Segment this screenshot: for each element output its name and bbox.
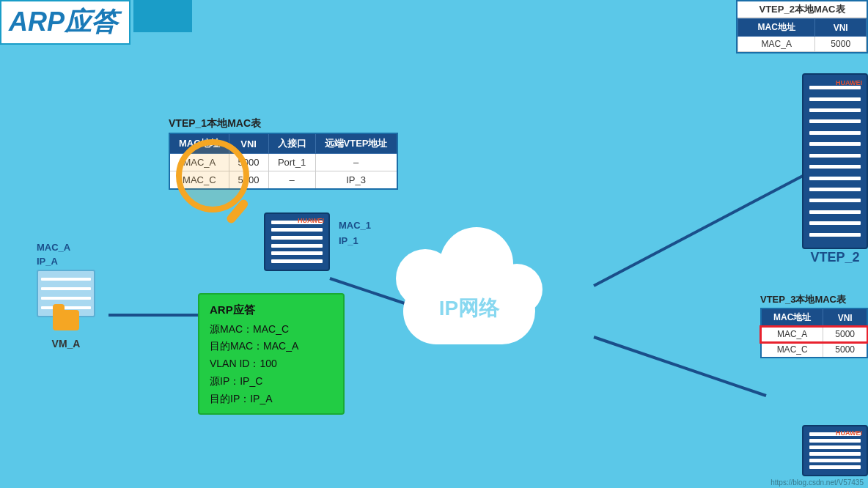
vtep2-top-mac-val: MAC_A bbox=[738, 37, 815, 52]
folder-icon bbox=[53, 310, 79, 330]
arp-src-ip: 源IP：IP_C bbox=[210, 373, 333, 391]
title-area: ARP应答 bbox=[0, 0, 192, 45]
vtep3-col-vni: VNI bbox=[823, 308, 867, 327]
arp-dst-mac: 目的MAC：MAC_A bbox=[210, 338, 333, 355]
vm-a-area: MAC_A IP_A VM_A bbox=[37, 242, 95, 350]
vtep2-label: VTEP_2 bbox=[810, 250, 859, 265]
cloud-label: IP网络 bbox=[439, 295, 499, 322]
switch-line bbox=[809, 210, 861, 214]
switch-line bbox=[809, 465, 861, 469]
vm-name: VM_A bbox=[37, 338, 95, 350]
vm-line bbox=[41, 306, 91, 309]
switch-line bbox=[809, 221, 861, 225]
vtep1-switch: HUAWEI bbox=[264, 212, 330, 271]
magnifier-handle bbox=[225, 198, 250, 225]
svg-line-3 bbox=[594, 337, 766, 396]
svg-line-2 bbox=[594, 176, 803, 286]
ip-network-cloud: IP网络 bbox=[389, 242, 550, 344]
vtep3-r1-mac: MAC_A bbox=[761, 327, 823, 342]
vtep3-r2-vni: 5000 bbox=[823, 342, 867, 358]
arp-src-mac: 源MAC：MAC_C bbox=[210, 321, 333, 339]
title-box: ARP应答 bbox=[0, 0, 130, 45]
vm-line bbox=[41, 287, 91, 290]
switch-line bbox=[271, 251, 323, 255]
switch-line bbox=[809, 119, 861, 123]
vtep3-switch-body: HUAWEI bbox=[802, 425, 868, 476]
vtep2-switch-body: HUAWEI VTEP_2 bbox=[802, 73, 868, 249]
vtep1-switch-body: HUAWEI bbox=[264, 212, 330, 271]
switch-line bbox=[271, 244, 323, 248]
vm-body bbox=[37, 270, 95, 317]
vtep2-top-table: MAC地址 VNI MAC_A 5000 bbox=[738, 18, 867, 52]
switch-line bbox=[809, 233, 861, 237]
vtep3-r1-vni: 5000 bbox=[823, 327, 867, 342]
vtep1-table-title: VTEP_1本地MAC表 bbox=[169, 117, 398, 130]
switch-line bbox=[809, 188, 861, 191]
switch-line bbox=[809, 177, 861, 180]
switch-line bbox=[809, 452, 861, 456]
vtep1-ip-label: IP_1 bbox=[339, 234, 371, 249]
arp-dst-ip: 目的IP：IP_A bbox=[210, 391, 333, 408]
vtep2-top-mac-table-container: VTEP_2本地MAC表 MAC地址 VNI MAC_A 5000 bbox=[736, 0, 868, 53]
switch-line bbox=[809, 142, 861, 146]
table-row: MAC_A 5000 bbox=[738, 37, 867, 52]
vm-line bbox=[41, 297, 91, 300]
vm-line bbox=[41, 278, 91, 281]
switch-line bbox=[271, 228, 323, 232]
vtep2-top-vni-val: 5000 bbox=[815, 37, 867, 52]
table-row: MAC_C 5000 bbox=[761, 342, 867, 358]
vtep2-top-table-title: VTEP_2本地MAC表 bbox=[738, 1, 867, 18]
switch-line bbox=[809, 199, 861, 202]
title-accent bbox=[133, 0, 192, 32]
page-title: ARP应答 bbox=[9, 7, 117, 37]
vtep1-r1-port: Port_1 bbox=[268, 154, 315, 171]
switch-line bbox=[809, 459, 861, 462]
watermark: https://blog.csdn.net/V57435 bbox=[770, 478, 864, 487]
table-row: MAC_A 5000 bbox=[761, 327, 867, 342]
vtep1-r2-vtep: IP_3 bbox=[315, 171, 397, 190]
vtep1-col-vtep: 远端VTEP地址 bbox=[315, 133, 397, 154]
switch-line bbox=[809, 108, 861, 112]
arp-vlan: VLAN ID：100 bbox=[210, 355, 333, 373]
switch-line bbox=[809, 165, 861, 169]
magnifier-icon bbox=[176, 139, 249, 212]
vtep3-r2-mac: MAC_C bbox=[761, 342, 823, 358]
vm-mac: MAC_A bbox=[37, 242, 95, 253]
switch-line bbox=[271, 236, 323, 240]
arp-reply-box: ARP应答 源MAC：MAC_C 目的MAC：MAC_A VLAN ID：100… bbox=[198, 293, 345, 415]
vtep3-col-mac: MAC地址 bbox=[761, 308, 823, 327]
vtep3-table-title: VTEP_3本地MAC表 bbox=[760, 293, 868, 306]
arp-title: ARP应答 bbox=[210, 300, 333, 319]
vtep2-brand: HUAWEI bbox=[836, 79, 862, 86]
vtep1-col-port: 入接口 bbox=[268, 133, 315, 154]
switch-line bbox=[809, 131, 861, 135]
vtep3-switch-container: HUAWEI bbox=[802, 425, 868, 476]
vtep2-top-col-mac: MAC地址 bbox=[738, 19, 815, 37]
switch-line bbox=[809, 154, 861, 158]
vtep1-mac-info: MAC_1 IP_1 bbox=[339, 218, 371, 249]
huawei-brand: HUAWEI bbox=[298, 217, 324, 224]
cloud-shape: IP网络 bbox=[389, 242, 550, 344]
vtep1-r2-port: – bbox=[268, 171, 315, 190]
switch-line bbox=[809, 446, 861, 449]
vtep1-mac-label: MAC_1 bbox=[339, 218, 371, 234]
vm-ip: IP_A bbox=[37, 256, 95, 267]
vtep2-top-col-vni: VNI bbox=[815, 19, 867, 37]
vtep1-r1-vtep: – bbox=[315, 154, 397, 171]
vtep3-brand: HUAWEI bbox=[836, 429, 862, 437]
vtep2-switch-container: HUAWEI VTEP_2 bbox=[802, 73, 868, 249]
switch-line bbox=[809, 439, 861, 443]
vtep3-table: MAC地址 VNI MAC_A 5000 MAC_C 5000 bbox=[760, 308, 868, 358]
switch-line bbox=[809, 97, 861, 101]
switch-line bbox=[271, 259, 323, 263]
vtep3-mac-table-container: VTEP_3本地MAC表 MAC地址 VNI MAC_A 5000 MAC_C … bbox=[760, 293, 868, 358]
